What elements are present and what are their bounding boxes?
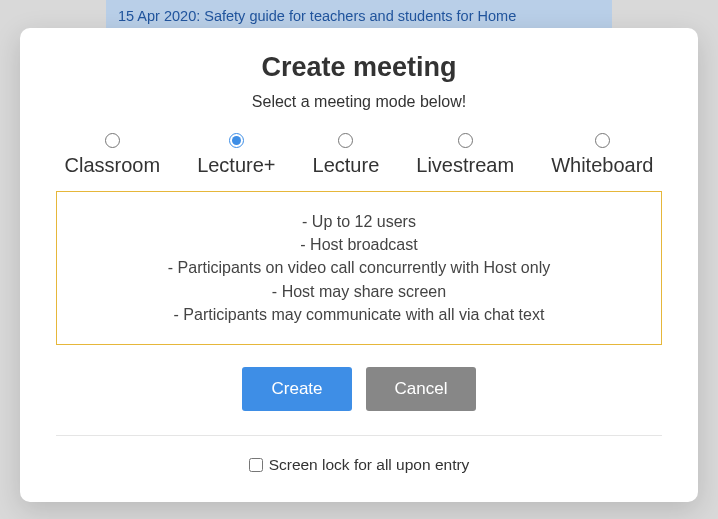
mode-option-livestream[interactable]: Livestream: [416, 133, 514, 177]
features-box: - Up to 12 users - Host broadcast - Part…: [56, 191, 662, 345]
mode-option-lecture-plus[interactable]: Lecture+: [197, 133, 275, 177]
feature-line: - Participants on video call concurrentl…: [69, 256, 649, 279]
mode-label: Lecture: [313, 154, 380, 177]
mode-option-lecture[interactable]: Lecture: [313, 133, 380, 177]
feature-line: - Host may share screen: [69, 280, 649, 303]
mode-label: Lecture+: [197, 154, 275, 177]
mode-radio-livestream[interactable]: [458, 133, 473, 148]
modal-title: Create meeting: [36, 52, 682, 83]
cancel-button[interactable]: Cancel: [366, 367, 476, 411]
mode-radio-classroom[interactable]: [105, 133, 120, 148]
mode-radio-whiteboard[interactable]: [595, 133, 610, 148]
feature-line: - Up to 12 users: [69, 210, 649, 233]
mode-radio-lecture[interactable]: [338, 133, 353, 148]
mode-option-classroom[interactable]: Classroom: [65, 133, 161, 177]
feature-line: - Host broadcast: [69, 233, 649, 256]
create-button[interactable]: Create: [242, 367, 352, 411]
screenlock-label[interactable]: Screen lock for all upon entry: [269, 456, 470, 474]
mode-radio-lecture-plus[interactable]: [229, 133, 244, 148]
mode-options: Classroom Lecture+ Lecture Livestream Wh…: [46, 133, 672, 177]
mode-option-whiteboard[interactable]: Whiteboard: [551, 133, 653, 177]
mode-label: Classroom: [65, 154, 161, 177]
screenlock-checkbox[interactable]: [249, 458, 263, 472]
modal-actions: Create Cancel: [36, 367, 682, 411]
mode-label: Livestream: [416, 154, 514, 177]
screenlock-row: Screen lock for all upon entry: [36, 456, 682, 474]
divider: [56, 435, 662, 436]
create-meeting-modal: Create meeting Select a meeting mode bel…: [20, 28, 698, 502]
modal-subtitle: Select a meeting mode below!: [36, 93, 682, 111]
mode-label: Whiteboard: [551, 154, 653, 177]
feature-line: - Participants may communicate with all …: [69, 303, 649, 326]
